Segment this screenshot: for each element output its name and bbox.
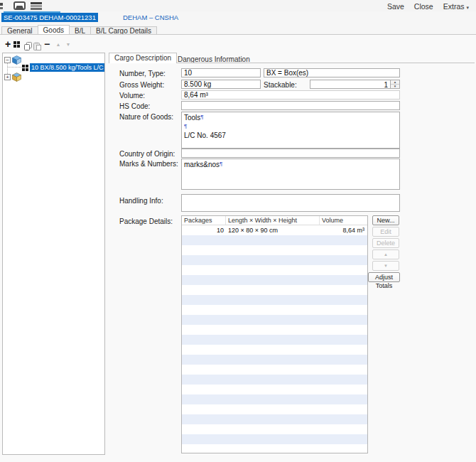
document-header: SE-003475 DEHAM-00021231 DEHAM – CNSHA xyxy=(0,13,476,22)
table-empty-row xyxy=(182,275,367,285)
table-empty-row xyxy=(182,335,367,345)
handling-info-label: Handling Info: xyxy=(119,197,163,205)
clipped-app-icon-2 xyxy=(0,7,3,9)
volume-label: Volume: xyxy=(119,92,145,100)
table-empty-row xyxy=(182,325,367,335)
paste-icon[interactable] xyxy=(33,41,41,50)
hs-code-label: HS Code: xyxy=(119,102,150,110)
table-empty-row xyxy=(182,375,367,385)
package-details-label: Package Details: xyxy=(119,217,173,225)
table-empty-row xyxy=(182,385,367,394)
col-header-dimensions[interactable]: Length × Width × Height xyxy=(226,216,320,225)
country-of-origin-label: Country of Origin: xyxy=(119,150,175,158)
stackable-value: 1 xyxy=(384,81,388,89)
window-actions: Save Close Extras▾ xyxy=(387,2,469,11)
nature-of-goods-label: Nature of Goods: xyxy=(119,113,173,121)
table-empty-row xyxy=(182,315,367,325)
goods-package-icon[interactable] xyxy=(12,55,21,64)
stackable-label: Stackable: xyxy=(264,81,297,89)
pilcrow-mark: ¶ xyxy=(200,114,203,120)
table-empty-row xyxy=(182,265,367,275)
inbox-icon[interactable] xyxy=(13,1,26,10)
table-empty-row xyxy=(182,414,367,424)
row-up-button[interactable]: ▲ xyxy=(372,249,399,259)
move-up-icon[interactable]: ▲ xyxy=(54,40,63,49)
goods-package-icon-2[interactable] xyxy=(12,72,21,81)
clipped-app-icon xyxy=(0,3,3,6)
number-input[interactable] xyxy=(181,68,261,77)
row-down-button[interactable]: ▼ xyxy=(372,261,399,271)
gross-weight-input[interactable] xyxy=(181,80,261,89)
table-row[interactable]: 10 120 × 80 × 90 cm 8,64 m³ xyxy=(182,225,367,235)
menu-icon[interactable] xyxy=(31,2,42,10)
tab-cargo-description[interactable]: Cargo Description xyxy=(109,53,177,63)
table-header-row: Packages Length × Width × Height Volume xyxy=(182,216,367,225)
shipment-reference[interactable]: SE-003475 DEHAM-00021231 xyxy=(1,13,98,22)
table-empty-row xyxy=(182,255,367,265)
add-goods-icon[interactable]: + xyxy=(4,40,12,49)
pilcrow-mark: ¶ xyxy=(220,161,222,167)
col-header-volume[interactable]: Volume xyxy=(320,216,367,225)
table-empty-row xyxy=(182,394,367,404)
packages-icon[interactable] xyxy=(13,41,20,48)
table-empty-row xyxy=(182,295,367,305)
main-tab-bar: General Goods B/L B/L Cargo Details xyxy=(1,26,156,34)
table-empty-row xyxy=(182,305,367,315)
table-empty-row xyxy=(182,444,367,453)
package-details-table[interactable]: Packages Length × Width × Height Volume … xyxy=(181,215,368,453)
tab-bl[interactable]: B/L xyxy=(69,26,91,34)
nature-of-goods-textarea[interactable]: Tools¶ ¶ L/C No. 4567 xyxy=(181,112,400,149)
package-table-filler xyxy=(182,235,367,453)
hs-code-input[interactable] xyxy=(181,101,400,110)
pilcrow-mark: ¶ xyxy=(184,123,187,129)
cell-volume: 8,64 m³ xyxy=(320,225,367,235)
marks-numbers-label: Marks & Numbers: xyxy=(119,160,178,168)
volume-readonly-field: 8,64 m³ xyxy=(181,90,400,100)
remove-goods-icon[interactable]: − xyxy=(43,40,51,49)
table-empty-row xyxy=(182,365,367,375)
move-down-icon[interactable]: ▼ xyxy=(64,40,72,49)
packages-icon xyxy=(22,65,28,71)
cell-dimensions: 120 × 80 × 90 cm xyxy=(226,225,320,235)
shipment-route: DEHAM – CNSHA xyxy=(123,14,178,21)
adjust-totals-button[interactable]: Adjust Totals xyxy=(368,272,400,282)
tab-bl-cargo-details[interactable]: B/L Cargo Details xyxy=(90,26,157,34)
tree-item-selected[interactable]: 10 BX/8.500 kg/Tools L/C No. 4567 xyxy=(30,63,105,72)
marks-numbers-textarea[interactable]: marks&nos¶ xyxy=(181,159,400,190)
new-package-button[interactable]: New... xyxy=(372,215,399,225)
extras-menu-button[interactable]: Extras▾ xyxy=(443,2,469,11)
goods-tree: − 10 BX/8.500 kg/Tools L/C No. 4567 + xyxy=(2,53,105,455)
table-empty-row xyxy=(182,245,367,255)
package-type-input[interactable] xyxy=(264,68,400,77)
tab-general[interactable]: General xyxy=(1,26,38,34)
table-empty-row xyxy=(182,345,367,355)
app-window: Save Close Extras▾ SE-003475 DEHAM-00021… xyxy=(0,0,476,462)
col-header-packages[interactable]: Packages xyxy=(182,216,226,225)
stepper-buttons: ▲ ▼ xyxy=(390,80,399,88)
table-empty-row xyxy=(182,285,367,295)
stackable-stepper[interactable]: 1 ▲ ▼ xyxy=(310,80,400,89)
close-button[interactable]: Close xyxy=(414,2,433,11)
cell-packages: 10 xyxy=(182,225,226,235)
edit-package-button[interactable]: Edit xyxy=(372,227,399,237)
table-empty-row xyxy=(182,404,367,414)
save-button[interactable]: Save xyxy=(387,2,404,11)
table-empty-row xyxy=(182,434,367,444)
tab-goods[interactable]: Goods xyxy=(38,25,70,34)
top-toolbar: Save Close Extras▾ xyxy=(0,0,476,11)
table-empty-row xyxy=(182,355,367,365)
copy-icon[interactable] xyxy=(23,41,32,50)
table-empty-row xyxy=(182,235,367,245)
tree-connector xyxy=(8,67,22,68)
delete-package-button[interactable]: Delete xyxy=(372,238,399,248)
number-type-label: Number, Type: xyxy=(119,70,166,77)
stepper-down-icon[interactable]: ▼ xyxy=(391,85,399,89)
collapse-node-toggle[interactable]: − xyxy=(4,57,11,63)
gross-weight-label: Gross Weight: xyxy=(119,81,164,89)
expand-node-toggle[interactable]: + xyxy=(4,74,11,80)
country-of-origin-input[interactable] xyxy=(181,149,400,158)
chevron-down-icon: ▾ xyxy=(466,5,469,10)
table-empty-row xyxy=(182,424,367,434)
handling-info-textarea[interactable] xyxy=(181,194,400,212)
